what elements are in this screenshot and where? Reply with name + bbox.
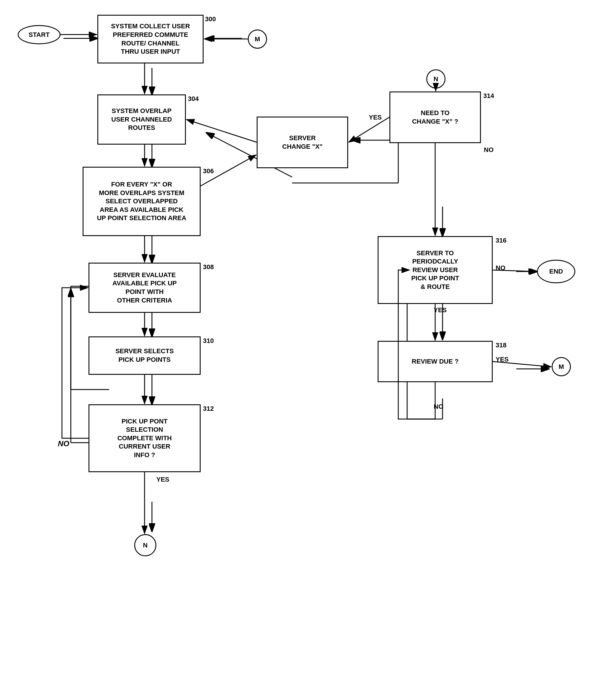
svg-line-31 [187,119,257,142]
m2-circle: M [552,357,571,376]
yes-label-316: YES [434,306,447,314]
node-310: SERVER SELECTS PICK UP POINTS [88,337,201,375]
no-label-316: NO [496,264,505,272]
label-304: 304 [188,95,199,103]
server-change-node: SERVER CHANGE "X" [257,117,348,168]
node-306: FOR EVERY "X" OR MORE OVERLAPS SYSTEM SE… [83,167,201,236]
node-304: SYSTEM OVERLAP USER CHANNELED ROUTES [97,94,186,145]
node-300: SYSTEM COLLECT USER PREFERRED COMMUTE RO… [97,15,204,64]
node-316: SERVER TO PERIODCALLY REVIEW USER PICK U… [378,236,493,304]
node-312: PICK UP PONT SELECTION COMPLETE WITH CUR… [88,404,201,472]
label-318: 318 [496,342,507,349]
end-node: END [537,260,575,283]
yes-label-318: YES [496,356,509,363]
no-label-312: NO [58,439,69,448]
node-308: SERVER EVALUATE AVAILABLE PICK UP POINT … [88,263,201,313]
m1-circle: M [248,30,267,49]
label-306: 306 [203,167,214,175]
n-circle-top: N [426,69,445,88]
label-316: 316 [496,237,507,244]
no-label-314: NO [484,146,493,154]
start-node: START [18,25,61,44]
flowchart-diagram: START SYSTEM COLLECT USER PREFERRED COMM… [0,0,593,700]
yes-label-314: YES [369,114,382,121]
label-312: 312 [203,405,214,413]
node-314: NEED TO CHANGE "X" ? [389,91,481,143]
label-314: 314 [483,92,494,100]
label-308: 308 [203,263,214,271]
yes-label-312: YES [156,476,169,483]
label-300: 300 [205,15,216,23]
node-318: REVIEW DUE ? [378,341,493,382]
label-310: 310 [203,337,214,345]
n-circle-bottom: N [134,534,156,556]
no-label-318: NO [434,403,443,411]
